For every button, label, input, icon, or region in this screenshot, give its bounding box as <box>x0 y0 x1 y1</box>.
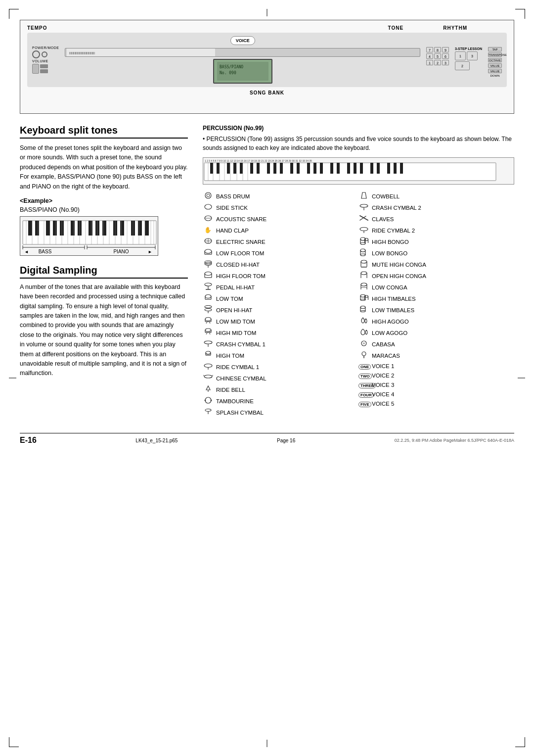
side-btn-4[interactable]: VALUE UP <box>488 63 502 68</box>
lcd-display-svg: BASS/PIANO No. 090 <box>216 60 270 82</box>
corner-mark-tr <box>515 9 525 19</box>
svg-line-144 <box>212 375 213 376</box>
digital-sampling-text: A number of the tones that are available… <box>20 283 188 378</box>
doc-code: 640A-E-018A <box>488 438 514 443</box>
bass-piano-label: BASS/PIANO (No.90) <box>20 206 188 213</box>
high-agogo-name: HIGH AGOGO <box>372 319 409 325</box>
btn-down[interactable] <box>40 69 48 73</box>
high-bongo-icon <box>358 237 369 246</box>
perc-item-high-timbales: HIGH TIMBALES <box>358 293 514 304</box>
ride-cymbal-1-icon <box>203 362 214 372</box>
btn-8[interactable]: 8 <box>434 47 441 52</box>
svg-rect-9 <box>35 221 39 236</box>
electric-snare-icon <box>203 237 214 246</box>
perc-item-side-stick: SIDE STICK <box>203 202 358 213</box>
song-bank-label: SONG BANK <box>250 90 284 95</box>
voice-5-name: VOICE 5 <box>372 401 394 407</box>
svg-point-167 <box>360 254 365 256</box>
btn-up[interactable] <box>40 64 48 68</box>
low-mid-tom-icon <box>203 317 214 326</box>
svg-text:1  2  3  4  5  6  7  8  9  10 : 1 2 3 4 5 6 7 8 9 10 11 12 13 14 15 16 1… <box>205 159 312 162</box>
side-btn-3[interactable]: OCTAVE <box>488 58 502 62</box>
svg-point-92 <box>205 192 211 198</box>
acoustic-snare-name: ACOUSTIC SNARE <box>216 216 267 222</box>
ride-cymbal-1-name: RIDE CYMBAL 1 <box>216 364 259 370</box>
perc-item-open-high-conga: OPEN HIGH CONGA <box>358 270 514 282</box>
footer-center: Page 16 <box>277 438 295 443</box>
svg-point-112 <box>205 283 212 286</box>
step2-btn[interactable]: 2 <box>455 61 470 70</box>
svg-point-140 <box>204 364 212 368</box>
small-keyboard-svg: // This will be drawn via SVG rects <box>20 217 158 256</box>
splash-cymbal-icon <box>203 408 214 417</box>
svg-text:||||||||||||||||||||||||||||||: |||||||||||||||||||||||||||||||||||||||| <box>69 51 95 54</box>
low-floor-tom-icon <box>203 248 214 258</box>
btn-4[interactable]: 4 <box>426 53 433 59</box>
voice-3-name: VOICE 3 <box>372 382 394 388</box>
svg-rect-63 <box>250 163 253 174</box>
voice-5-icon: FIVE <box>358 400 369 407</box>
vol-slider[interactable] <box>32 64 39 74</box>
svg-rect-61 <box>233 163 236 174</box>
footer-app: Adobe PageMaker 6.5J/PPC <box>429 438 486 443</box>
perc-keyboard-svg: 1 2 3 4 5 6 7 8 9 10 11 12 13 14 15 16 1… <box>203 158 514 185</box>
svg-text:BASS: BASS <box>39 249 52 254</box>
splash-cymbal-name: SPLASH CYMBAL <box>216 410 264 416</box>
side-btn-1[interactable]: TAP <box>488 47 502 51</box>
perc-item-acoustic-snare: ACOUSTIC SNARE <box>203 213 358 225</box>
power-mode-label: POWER/MODE <box>32 46 59 49</box>
svg-point-149 <box>205 409 211 412</box>
btn-3[interactable]: 3 <box>442 60 449 65</box>
center-display: VOICE ||||||||||||||||||||||||||||||||||… <box>65 36 420 84</box>
perc-item-claves: CLAVES <box>358 213 514 225</box>
voice-button[interactable]: VOICE <box>230 36 255 45</box>
btn-7[interactable]: 7 <box>426 47 433 52</box>
btn-1[interactable]: 1 <box>426 60 433 65</box>
mute-high-conga-icon <box>358 260 369 269</box>
perc-item-high-bongo: HIGH BONGO <box>358 236 514 247</box>
keyboard-diagram-box: TEMPO TONE RHYTHM POWER/MODE VO <box>20 20 514 114</box>
open-hi-hat-icon <box>203 305 214 315</box>
low-tom-name: LOW TOM <box>216 296 243 302</box>
power-btn[interactable] <box>32 50 40 58</box>
btn-9[interactable]: 9 <box>442 47 449 52</box>
step1-btn[interactable]: 1 <box>455 51 466 60</box>
corner-mark-br <box>515 737 525 747</box>
svg-point-175 <box>361 283 367 286</box>
perc-item-tambourine: TAMBOURINE <box>203 395 358 407</box>
svg-rect-67 <box>280 163 283 174</box>
perc-item-maracas: MARACAS <box>358 350 514 361</box>
low-bongo-icon <box>358 248 369 258</box>
closed-hi-hat-icon <box>203 260 214 269</box>
svg-rect-71 <box>313 163 316 174</box>
high-agogo-icon <box>358 317 369 326</box>
digital-sampling-title: Digital Sampling <box>20 265 188 279</box>
small-keyboard-box: // This will be drawn via SVG rects <box>20 216 158 256</box>
high-mid-tom-icon <box>203 328 214 337</box>
ride-bell-name: RIDE BELL <box>216 387 245 393</box>
step3-btn[interactable]: 3 <box>467 51 478 60</box>
perc-item-low-agogo: LOW AGOGO <box>358 327 514 338</box>
side-btn-5[interactable]: VALUE DOWN <box>488 69 502 73</box>
svg-point-192 <box>362 352 366 356</box>
perc-item-low-floor-tom: LOW FLOOR TOM <box>203 247 358 259</box>
hand-clap-name: HAND CLAP <box>216 228 249 234</box>
perc-left-column: BASS DRUM SIDE STICK ACOUSTIC SNARE <box>203 190 358 418</box>
diagram-label-row: TEMPO TONE RHYTHM <box>27 25 507 31</box>
side-btn-2[interactable]: TRANSPOSE <box>488 52 502 57</box>
btn-5[interactable]: 5 <box>434 53 441 59</box>
svg-text:PIANO: PIANO <box>113 249 129 254</box>
claves-name: CLAVES <box>372 216 394 222</box>
svg-rect-15 <box>89 221 92 236</box>
svg-rect-72 <box>320 163 323 174</box>
perc-keyboard-box: 1 2 3 4 5 6 7 8 9 10 11 12 13 14 15 16 1… <box>203 157 514 185</box>
svg-point-94 <box>205 204 212 209</box>
btn-2[interactable]: 2 <box>434 60 441 65</box>
btn-6[interactable]: 6 <box>442 53 449 59</box>
high-tom-name: HIGH TOM <box>216 353 244 359</box>
svg-point-136 <box>206 351 211 354</box>
svg-rect-73 <box>330 163 333 174</box>
mode-btn[interactable] <box>42 51 47 57</box>
perc-item-voice-4: FOUR VOICE 4 <box>358 389 514 399</box>
svg-rect-60 <box>227 163 230 174</box>
